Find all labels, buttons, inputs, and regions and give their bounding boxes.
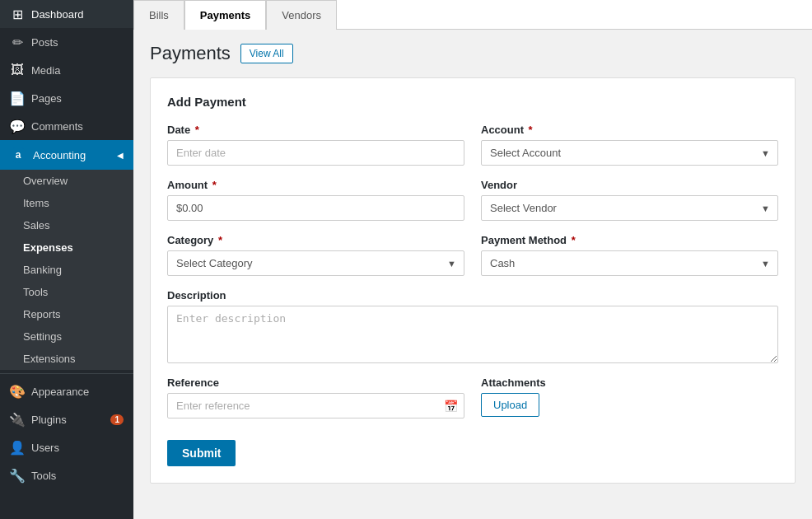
calendar-icon: 📅 (444, 400, 458, 413)
vendor-group: Vendor Select Vendor ▼ (481, 179, 778, 221)
date-input[interactable] (167, 140, 464, 166)
accounting-arrow-icon: ◀ (117, 151, 124, 160)
reference-input[interactable] (167, 393, 464, 418)
sidebar-item-label: Appearance (31, 386, 124, 398)
category-label: Category * (167, 234, 464, 246)
payment-method-label: Payment Method * (481, 234, 778, 246)
plugins-icon: 🔌 (10, 412, 25, 427)
payment-method-required: * (568, 234, 576, 246)
sidebar-item-banking[interactable]: Banking (0, 259, 133, 281)
sidebar-item-accounting[interactable]: a Accounting ◀ (0, 140, 133, 170)
tab-bills[interactable]: Bills (133, 0, 184, 30)
account-label: Account * (481, 124, 778, 136)
dashboard-icon: ⊞ (10, 7, 25, 21)
sidebar-item-users[interactable]: 👤 Users (0, 433, 133, 461)
sidebar-item-reports[interactable]: Reports (0, 303, 133, 325)
sidebar-submenu-label: Expenses (23, 241, 124, 254)
sidebar-item-items[interactable]: Items (0, 192, 133, 214)
tab-payments[interactable]: Payments (184, 0, 266, 30)
sidebar-item-tools[interactable]: 🔧 Tools (0, 461, 133, 489)
amount-input[interactable] (167, 195, 464, 221)
sidebar-submenu-label: Banking (23, 264, 124, 276)
date-required: * (192, 124, 199, 136)
content-area: Payments View All Add Payment Date * Acc… (133, 30, 812, 519)
category-select[interactable]: Select Category (167, 250, 464, 276)
sidebar-item-label: Pages (31, 92, 124, 105)
description-textarea[interactable] (167, 306, 778, 363)
amount-group: Amount * (167, 179, 464, 221)
sidebar-submenu-label: Overview (23, 175, 124, 187)
vendor-select-wrap: Select Vendor ▼ (481, 195, 778, 221)
account-select-wrap: Select Account ▼ (481, 140, 778, 166)
sidebar-submenu-label: Reports (23, 308, 124, 320)
amount-label: Amount * (167, 179, 464, 191)
reference-group: Reference 📅 (167, 376, 464, 418)
date-label: Date * (167, 124, 464, 136)
account-required: * (525, 124, 533, 136)
sidebar-item-overview[interactable]: Overview (0, 170, 133, 192)
sidebar-item-sales[interactable]: Sales (0, 214, 133, 236)
form-row-reference-attachments: Reference 📅 Attachments Upload (167, 376, 778, 418)
description-group: Description (167, 289, 778, 363)
sidebar-item-pages[interactable]: 📄 Pages (0, 84, 133, 112)
upload-button[interactable]: Upload (481, 393, 539, 417)
accounting-submenu: Overview Items Sales Expenses Banking To… (0, 170, 133, 370)
sidebar-submenu-label: Settings (23, 330, 124, 343)
date-group: Date * (167, 124, 464, 166)
sidebar-item-label: Comments (31, 120, 124, 133)
form-row-date-account: Date * Account * Select Account ▼ (167, 124, 778, 166)
sidebar-item-label: Posts (31, 36, 124, 49)
sidebar-item-media[interactable]: 🖼 Media (0, 56, 133, 84)
payment-method-select-wrap: Cash ▼ (481, 250, 778, 276)
accounting-icon: a (10, 147, 26, 163)
sidebar-item-settings[interactable]: Settings (0, 325, 133, 348)
account-group: Account * Select Account ▼ (481, 124, 778, 166)
sidebar: ⊞ Dashboard ✏ Posts 🖼 Media 📄 Pages 💬 Co… (0, 0, 133, 519)
sidebar-item-label: Accounting (33, 149, 110, 161)
amount-required: * (209, 179, 217, 191)
form-row-amount-vendor: Amount * Vendor Select Vendor ▼ (167, 179, 778, 221)
plugins-badge: 1 (110, 414, 124, 425)
sidebar-item-label: Dashboard (31, 8, 124, 21)
pages-icon: 📄 (10, 91, 25, 105)
form-row-description: Description (167, 289, 778, 363)
sidebar-item-label: Media (31, 64, 124, 77)
attachments-group: Attachments Upload (481, 376, 778, 418)
sidebar-submenu-label: Extensions (23, 353, 124, 365)
sidebar-item-plugins[interactable]: 🔌 Plugins 1 (0, 405, 133, 433)
tools-icon: 🔧 (10, 468, 25, 483)
main-content: Bills Payments Vendors Payments View All… (133, 0, 812, 519)
reference-input-wrap: 📅 (167, 393, 464, 418)
sidebar-item-posts[interactable]: ✏ Posts (0, 28, 133, 56)
sidebar-item-expenses[interactable]: Expenses (0, 236, 133, 259)
category-required: * (215, 234, 222, 246)
sidebar-item-label: Users (31, 442, 124, 454)
payment-method-group: Payment Method * Cash ▼ (481, 234, 778, 276)
description-label: Description (167, 289, 778, 302)
vendor-select[interactable]: Select Vendor (481, 195, 778, 221)
tabs-bar: Bills Payments Vendors (133, 0, 812, 30)
sidebar-submenu-label: Tools (23, 286, 124, 298)
sidebar-item-tools-sub[interactable]: Tools (0, 281, 133, 303)
media-icon: 🖼 (10, 63, 25, 77)
page-header: Payments View All (150, 43, 796, 64)
view-all-button[interactable]: View All (240, 44, 293, 63)
attachments-label: Attachments (481, 376, 778, 389)
posts-icon: ✏ (10, 35, 25, 49)
account-select[interactable]: Select Account (481, 140, 778, 166)
tab-vendors[interactable]: Vendors (266, 0, 337, 30)
sidebar-item-comments[interactable]: 💬 Comments (0, 112, 133, 140)
reference-label: Reference (167, 376, 464, 389)
page-title: Payments (150, 43, 231, 64)
sidebar-item-dashboard[interactable]: ⊞ Dashboard (0, 0, 133, 28)
comments-icon: 💬 (10, 119, 25, 133)
sidebar-item-extensions[interactable]: Extensions (0, 348, 133, 370)
payment-method-select[interactable]: Cash (481, 250, 778, 276)
sidebar-submenu-label: Items (23, 197, 124, 209)
category-select-wrap: Select Category ▼ (167, 250, 464, 276)
sidebar-item-appearance[interactable]: 🎨 Appearance (0, 377, 133, 405)
submit-button[interactable]: Submit (167, 440, 236, 466)
vendor-label: Vendor (481, 179, 778, 191)
users-icon: 👤 (10, 440, 25, 455)
category-group: Category * Select Category ▼ (167, 234, 464, 276)
